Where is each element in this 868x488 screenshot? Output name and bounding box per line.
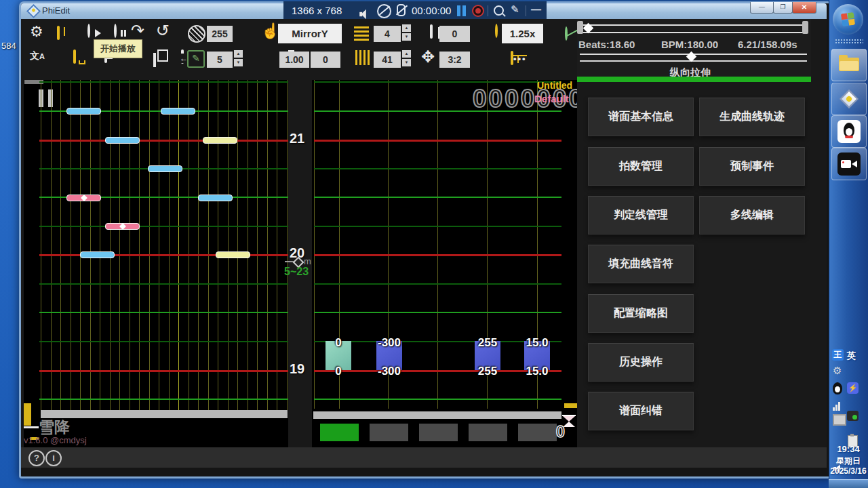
panel-button[interactable]: 填充曲线音符: [588, 245, 694, 283]
note-editor-scrollbar[interactable]: [41, 410, 288, 418]
translate-icon[interactable]: 文A: [30, 49, 45, 62]
opacity-field[interactable]: 255: [207, 26, 233, 42]
settings-gear-icon[interactable]: ⚙: [30, 23, 43, 41]
playback-speed-field[interactable]: 1.25x: [502, 24, 543, 43]
note-editor-canvas[interactable]: 雪降 v1.6.0 @cmdysj: [24, 80, 288, 447]
tap-note[interactable]: [148, 165, 182, 172]
display-icon[interactable]: [73, 49, 76, 64]
clock-weekday[interactable]: 星期日: [829, 455, 868, 467]
column-division-spinner[interactable]: ▲▼: [402, 50, 411, 68]
tap-note[interactable]: [80, 251, 115, 258]
drag-note[interactable]: [66, 195, 101, 201]
info-icon[interactable]: i: [45, 450, 62, 466]
show-desktop-button[interactable]: [829, 479, 868, 488]
layer-slot[interactable]: [469, 424, 507, 441]
tray-network-icon[interactable]: [833, 399, 841, 411]
maximize-button[interactable]: ❐: [773, 2, 793, 14]
brush-size-field[interactable]: 5: [207, 52, 233, 68]
panel-button[interactable]: 历史操作: [588, 343, 694, 382]
panel-button[interactable]: 谱面纠错: [588, 392, 694, 430]
tap-note[interactable]: [66, 108, 101, 115]
split-view-icon[interactable]: [57, 26, 60, 40]
clock-time[interactable]: 19:34: [829, 444, 868, 454]
tray-qq-icon[interactable]: [833, 382, 842, 394]
tap-note[interactable]: [198, 195, 233, 201]
layer-slot[interactable]: [320, 424, 359, 441]
scale-field[interactable]: 1.00: [279, 52, 309, 68]
panel-button[interactable]: 生成曲线轨迹: [699, 98, 805, 136]
webcam-off-icon[interactable]: [377, 4, 391, 18]
redo-icon[interactable]: ↷: [131, 21, 144, 40]
ime-logo-icon[interactable]: 王: [832, 349, 844, 361]
close-button[interactable]: ✕: [792, 2, 816, 14]
pause-button[interactable]: [114, 24, 117, 38]
panel-button[interactable]: 判定线管理: [588, 196, 694, 235]
taskbar-recorder-button[interactable]: [831, 148, 867, 180]
column-division-field[interactable]: 41: [374, 52, 401, 68]
mirror-select[interactable]: MirrorY: [278, 24, 342, 43]
timeline-slider[interactable]: [578, 24, 808, 33]
panel-button[interactable]: 配置缩略图: [588, 294, 694, 333]
stretch-slider-line-bottom[interactable]: [580, 60, 807, 62]
taskbar-explorer-button[interactable]: [831, 49, 867, 81]
timeline-handle-left[interactable]: [577, 21, 583, 34]
hide-preview-icon[interactable]: [565, 26, 568, 41]
hold-note[interactable]: [216, 251, 250, 258]
playback-speed-icon[interactable]: [495, 24, 498, 38]
hold-note[interactable]: [203, 137, 237, 144]
recorder-minimize-icon[interactable]: —: [531, 3, 541, 15]
event-end-value: 0: [335, 365, 341, 378]
tray-gear-icon[interactable]: ⚙: [833, 365, 842, 377]
layer-slot[interactable]: [370, 424, 408, 441]
minimize-button[interactable]: —: [750, 2, 774, 14]
offset-field[interactable]: 0: [311, 52, 340, 68]
panel-button[interactable]: 谱面基本信息: [588, 98, 694, 136]
draw-pencil-icon[interactable]: ✎: [511, 3, 519, 16]
copy-icon[interactable]: [153, 53, 156, 67]
beat-division-field[interactable]: 4: [374, 26, 401, 42]
tap-note[interactable]: [105, 137, 140, 144]
beat-division-spinner[interactable]: ▲▼: [402, 24, 411, 42]
edit-note-icon[interactable]: ✎: [187, 50, 205, 68]
tray-capture-icon[interactable]: [847, 411, 859, 421]
move-tool-icon[interactable]: ✥: [421, 47, 435, 66]
opacity-icon[interactable]: [188, 25, 205, 43]
event-start-value: 0: [335, 336, 341, 350]
taskbar-phiedit-button[interactable]: [831, 83, 867, 115]
more-options-icon[interactable]: •••: [513, 54, 527, 64]
page-slide-field[interactable]: 0: [439, 26, 470, 42]
taskbar-qq-button[interactable]: [831, 115, 867, 148]
aspect-ratio-field[interactable]: 3:2: [439, 52, 470, 68]
beat-division-icon[interactable]: [354, 26, 369, 43]
layer-slot[interactable]: [518, 424, 557, 441]
page-slide-icon[interactable]: ›: [430, 24, 433, 39]
panel-button[interactable]: 拍数管理: [588, 147, 694, 186]
brush-size-spinner[interactable]: ▲▼: [234, 50, 243, 68]
tray-display-icon[interactable]: [833, 414, 846, 426]
zoom-icon[interactable]: [494, 5, 504, 16]
hand-tool-icon[interactable]: ☝: [261, 22, 279, 40]
import-icon[interactable]: ←: [181, 49, 184, 64]
recorder-pause-button[interactable]: [456, 5, 467, 16]
ime-language-indicator[interactable]: 英: [847, 350, 856, 362]
speaker-icon[interactable]: [359, 9, 372, 19]
start-button[interactable]: [833, 4, 863, 35]
tray-flash-icon[interactable]: ⚡: [847, 382, 859, 394]
grid-column-line: [277, 80, 277, 412]
event-end-value: -300: [378, 365, 401, 378]
panel-button[interactable]: 预制事件: [699, 147, 805, 186]
layer-slot[interactable]: [419, 424, 458, 441]
panel-button[interactable]: 多线编辑: [699, 196, 805, 235]
recorder-stop-button[interactable]: [472, 5, 484, 17]
help-icon[interactable]: ?: [28, 450, 45, 466]
tap-note[interactable]: [161, 108, 195, 115]
event-editor-scrollbar[interactable]: [313, 411, 561, 419]
undo-icon[interactable]: ↺: [156, 21, 170, 40]
timeline-handle-right[interactable]: [802, 21, 808, 34]
play-button[interactable]: [87, 24, 90, 38]
drag-note[interactable]: [105, 223, 140, 230]
mic-off-icon[interactable]: [397, 4, 406, 16]
column-division-icon[interactable]: [355, 50, 372, 68]
clock-date[interactable]: 2025/3/16: [829, 466, 868, 476]
event-editor-canvas[interactable]: Untitled 0000000 Default 00-300-30025525…: [312, 80, 577, 447]
